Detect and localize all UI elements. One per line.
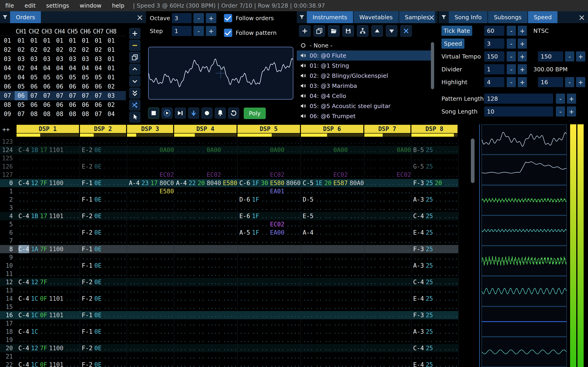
- instrument-segment[interactable]: ..: [315, 361, 322, 367]
- volume-segment[interactable]: ..: [261, 319, 268, 327]
- volume-segment[interactable]: ..: [40, 138, 47, 146]
- effect-segment[interactable]: ....: [112, 154, 127, 162]
- effect-segment[interactable]: ....: [223, 278, 237, 286]
- stop-button[interactable]: [148, 108, 159, 119]
- volume-segment[interactable]: ..: [40, 327, 47, 336]
- instrument-segment[interactable]: ..: [379, 261, 386, 270]
- volume-segment[interactable]: ..: [40, 336, 47, 344]
- effect-segment[interactable]: ....: [223, 204, 237, 212]
- effect-segment[interactable]: ....: [207, 261, 221, 270]
- pattern-cell[interactable]: ...............: [237, 253, 301, 261]
- effect-segment[interactable]: ....: [160, 162, 174, 171]
- note-segment[interactable]: ...: [129, 278, 140, 286]
- volume-segment[interactable]: ..: [40, 220, 47, 228]
- note-segment[interactable]: ...: [239, 220, 250, 228]
- note-segment[interactable]: F-2: [82, 228, 93, 237]
- instrument-segment[interactable]: ..: [315, 171, 322, 179]
- pattern-cell[interactable]: ...........: [364, 187, 411, 195]
- volume-segment[interactable]: ..: [261, 294, 268, 303]
- effect-segment[interactable]: ....: [444, 204, 458, 212]
- instrument-segment[interactable]: 12: [31, 344, 38, 352]
- pattern-cell[interactable]: .......EC02....: [237, 171, 301, 179]
- instrument-segment[interactable]: ..: [141, 336, 149, 344]
- instrument-segment[interactable]: ..: [31, 171, 38, 179]
- order-cell[interactable]: 05: [79, 73, 92, 82]
- effect-segment[interactable]: ....: [207, 336, 221, 344]
- note-segment[interactable]: A-4: [303, 228, 313, 237]
- pattern-cell[interactable]: E-425......: [411, 361, 458, 367]
- note-segment[interactable]: ...: [413, 187, 424, 195]
- highlight-second-decrease-button[interactable]: -: [565, 77, 574, 87]
- volume-segment[interactable]: ..: [388, 319, 395, 327]
- instrument-segment[interactable]: 25: [426, 294, 433, 303]
- order-cell[interactable]: 08: [40, 109, 53, 119]
- volume-segment[interactable]: ..: [435, 204, 442, 212]
- pattern-cell[interactable]: ...............: [174, 361, 237, 367]
- pattern-cell[interactable]: ...............: [17, 138, 80, 146]
- effect-segment[interactable]: ....: [65, 278, 80, 286]
- effect-segment[interactable]: ....: [397, 253, 411, 261]
- effect-segment[interactable]: ....: [223, 327, 237, 336]
- pattern-cell[interactable]: ...........: [80, 270, 127, 278]
- order-cell[interactable]: 01: [27, 36, 40, 45]
- pattern-cell[interactable]: ...........: [411, 237, 458, 245]
- note-segment[interactable]: ...: [303, 245, 313, 253]
- instrument-segment[interactable]: ..: [189, 278, 196, 286]
- volume-segment[interactable]: 7F: [40, 179, 47, 187]
- volume-segment[interactable]: ..: [388, 294, 395, 303]
- effect-segment[interactable]: ....: [270, 278, 284, 286]
- instrument-segment[interactable]: ..: [426, 220, 433, 228]
- effect-segment[interactable]: ....: [65, 204, 80, 212]
- effect-segment[interactable]: ....: [65, 162, 80, 171]
- volume-segment[interactable]: 17: [40, 146, 47, 154]
- note-segment[interactable]: ...: [366, 179, 377, 187]
- instrument-segment[interactable]: ..: [141, 261, 149, 270]
- effect-segment[interactable]: ....: [270, 261, 284, 270]
- volume-segment[interactable]: ..: [40, 171, 47, 179]
- instrument-segment[interactable]: ..: [141, 294, 149, 303]
- repeat-button[interactable]: [228, 108, 239, 119]
- note-segment[interactable]: F-3: [413, 245, 424, 253]
- effect-segment[interactable]: ....: [333, 278, 348, 286]
- order-cell[interactable]: 01: [79, 36, 92, 45]
- volume-segment[interactable]: ..: [324, 361, 331, 367]
- volume-segment[interactable]: ..: [435, 237, 442, 245]
- instrument-segment[interactable]: 25: [426, 228, 433, 237]
- effect-segment[interactable]: ....: [397, 319, 411, 327]
- pattern-cell[interactable]: ...........: [364, 204, 411, 212]
- instrument-segment[interactable]: ..: [189, 311, 196, 319]
- instrument-segment[interactable]: ..: [189, 327, 196, 336]
- volume-segment[interactable]: 0F: [40, 294, 47, 303]
- effect-segment[interactable]: ....: [207, 270, 221, 278]
- effect-segment[interactable]: ....: [207, 154, 221, 162]
- highlight-first-input[interactable]: 4: [484, 77, 504, 87]
- note-segment[interactable]: A-3: [413, 327, 424, 336]
- pattern-cell[interactable]: ...............: [17, 162, 80, 171]
- volume-segment[interactable]: ..: [261, 162, 268, 171]
- effect-segment[interactable]: ....: [333, 286, 348, 294]
- assets-tab-instruments[interactable]: Instruments: [307, 11, 353, 23]
- volume-segment[interactable]: ..: [103, 220, 111, 228]
- instrument-segment[interactable]: ..: [379, 138, 386, 146]
- effect-segment[interactable]: ....: [65, 253, 80, 261]
- instrument-segment[interactable]: 25: [426, 179, 433, 187]
- note-segment[interactable]: F-2: [82, 278, 93, 286]
- instrument-segment[interactable]: ..: [379, 245, 386, 253]
- effect-segment[interactable]: E580: [223, 179, 237, 187]
- order-cell[interactable]: 04: [53, 64, 66, 73]
- pattern-cell[interactable]: ...........: [364, 237, 411, 245]
- note-segment[interactable]: ...: [303, 154, 313, 162]
- instrument-segment[interactable]: 0E: [95, 195, 102, 204]
- pattern-cell[interactable]: ...............: [17, 220, 80, 228]
- effect-segment[interactable]: 1101: [49, 212, 64, 220]
- order-cell[interactable]: 06: [79, 82, 92, 91]
- instrument-segment[interactable]: ..: [141, 187, 149, 195]
- effect-segment[interactable]: ....: [112, 228, 127, 237]
- effect-segment[interactable]: ....: [333, 187, 348, 195]
- note-segment[interactable]: ...: [82, 138, 93, 146]
- effect-segment[interactable]: ....: [350, 212, 364, 220]
- instrument-item[interactable]: 00: @0 Flute: [297, 50, 434, 60]
- note-segment[interactable]: ...: [239, 344, 250, 352]
- instrument-segment[interactable]: ..: [315, 352, 322, 361]
- effect-segment[interactable]: ....: [160, 228, 174, 237]
